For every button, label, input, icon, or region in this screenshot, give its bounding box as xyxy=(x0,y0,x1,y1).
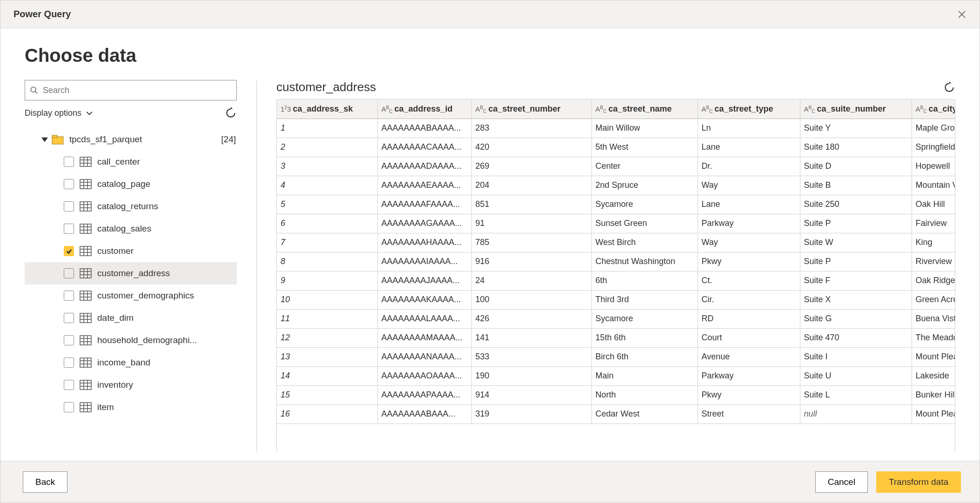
table-cell[interactable]: AAAAAAAAFAAAA... xyxy=(377,195,471,214)
table-cell[interactable]: Street xyxy=(698,404,800,424)
tree-item[interactable]: catalog_page xyxy=(25,173,237,195)
tree-folder[interactable]: tpcds_sf1_parquet [24] xyxy=(25,128,237,151)
table-cell[interactable]: Center xyxy=(591,157,698,176)
tree-item-checkbox[interactable] xyxy=(64,357,74,368)
table-row[interactable]: 1AAAAAAAABAAAA...283Main WillowLnSuite Y… xyxy=(277,119,955,138)
table-cell[interactable]: Sunset Green xyxy=(591,214,698,233)
table-cell[interactable]: Sycamore xyxy=(591,309,698,328)
table-cell[interactable]: Suite 470 xyxy=(800,328,912,347)
column-header[interactable]: ABCca_address_id xyxy=(377,99,471,119)
table-cell[interactable]: AAAAAAAABAAA... xyxy=(377,404,471,424)
table-cell[interactable]: 5th West xyxy=(591,138,698,157)
table-cell[interactable]: Bunker Hill xyxy=(912,385,955,404)
table-cell[interactable]: Way xyxy=(698,233,800,252)
table-cell[interactable]: Suite U xyxy=(800,366,912,385)
tree-item-checkbox[interactable] xyxy=(64,380,74,390)
navigator-tree[interactable]: tpcds_sf1_parquet [24] call_centercatalo… xyxy=(25,128,237,451)
table-row[interactable]: 9AAAAAAAAJAAAA...246thCt.Suite FOak Ridg… xyxy=(277,271,955,290)
table-cell[interactable]: AAAAAAAAHAAAA... xyxy=(377,233,471,252)
table-row[interactable]: 4AAAAAAAAEAAAA...2042nd SpruceWaySuite B… xyxy=(277,176,955,195)
table-cell[interactable]: Ct. xyxy=(698,271,800,290)
table-cell[interactable]: 2 xyxy=(277,138,377,157)
table-cell[interactable]: Riverview xyxy=(912,252,955,271)
tree-item[interactable]: catalog_returns xyxy=(25,195,237,218)
table-cell[interactable]: 10 xyxy=(277,290,377,309)
table-row[interactable]: 2AAAAAAAACAAAA...4205th WestLaneSuite 18… xyxy=(277,138,955,157)
table-cell[interactable]: Mountain Vie xyxy=(912,176,955,195)
table-cell[interactable]: Parkway xyxy=(698,214,800,233)
table-cell[interactable]: 9 xyxy=(277,271,377,290)
table-cell[interactable]: 851 xyxy=(471,195,591,214)
tree-item-checkbox[interactable] xyxy=(64,291,74,301)
table-cell[interactable]: 190 xyxy=(471,366,591,385)
table-cell[interactable]: Hopewell xyxy=(912,157,955,176)
tree-item-checkbox[interactable] xyxy=(64,402,74,412)
table-cell[interactable]: Suite W xyxy=(800,233,912,252)
table-cell[interactable]: Third 3rd xyxy=(591,290,698,309)
table-cell[interactable]: Suite P xyxy=(800,252,912,271)
tree-item-checkbox[interactable] xyxy=(64,201,74,212)
table-cell[interactable]: AAAAAAAAEAAAA... xyxy=(377,176,471,195)
table-cell[interactable]: 6th xyxy=(591,271,698,290)
table-cell[interactable]: 916 xyxy=(471,252,591,271)
table-cell[interactable]: Lane xyxy=(698,195,800,214)
tree-item[interactable]: customer xyxy=(25,240,237,262)
table-cell[interactable]: null xyxy=(800,404,912,424)
table-row[interactable]: 8AAAAAAAAIAAAA...916Chestnut WashingtonP… xyxy=(277,252,955,271)
table-cell[interactable]: 24 xyxy=(471,271,591,290)
tree-item-checkbox[interactable] xyxy=(64,268,74,278)
table-cell[interactable]: Green Acres xyxy=(912,290,955,309)
table-row[interactable]: 11AAAAAAAALAAAA...426Sycamore RDSuite GB… xyxy=(277,309,955,328)
column-header[interactable]: ABCca_street_number xyxy=(471,99,591,119)
tree-item-checkbox[interactable] xyxy=(64,313,74,323)
search-input[interactable] xyxy=(42,85,232,96)
table-cell[interactable]: 15th 6th xyxy=(591,328,698,347)
table-cell[interactable]: Fairview xyxy=(912,214,955,233)
table-cell[interactable]: AAAAAAAABAAAA... xyxy=(377,119,471,138)
table-cell[interactable]: 14 xyxy=(277,366,377,385)
table-cell[interactable]: King xyxy=(912,233,955,252)
table-row[interactable]: 3AAAAAAAADAAAA...269CenterDr.Suite DHope… xyxy=(277,157,955,176)
tree-item-checkbox[interactable] xyxy=(64,246,74,256)
table-cell[interactable]: Cedar West xyxy=(591,404,698,424)
table-cell[interactable]: 914 xyxy=(471,385,591,404)
table-cell[interactable]: 7 xyxy=(277,233,377,252)
tree-item[interactable]: item xyxy=(25,396,237,418)
table-cell[interactable]: 269 xyxy=(471,157,591,176)
table-cell[interactable]: Pkwy xyxy=(698,385,800,404)
table-cell[interactable]: Sycamore xyxy=(591,195,698,214)
table-row[interactable]: 5AAAAAAAAFAAAA...851Sycamore LaneSuite 2… xyxy=(277,195,955,214)
table-cell[interactable]: Way xyxy=(698,176,800,195)
table-cell[interactable]: Ln xyxy=(698,119,800,138)
close-button[interactable] xyxy=(955,8,968,21)
refresh-icon[interactable] xyxy=(225,107,237,119)
table-cell[interactable]: 11 xyxy=(277,309,377,328)
table-cell[interactable]: Mount Pleas xyxy=(912,347,955,366)
table-cell[interactable]: Lane xyxy=(698,138,800,157)
cancel-button[interactable]: Cancel xyxy=(815,471,868,493)
refresh-preview-icon[interactable] xyxy=(943,81,955,93)
table-cell[interactable]: AAAAAAAAIAAAA... xyxy=(377,252,471,271)
table-cell[interactable]: Suite L xyxy=(800,385,912,404)
table-cell[interactable]: North xyxy=(591,385,698,404)
column-header[interactable]: 123ca_address_sk xyxy=(277,99,377,119)
table-cell[interactable]: Suite X xyxy=(800,290,912,309)
table-cell[interactable]: 283 xyxy=(471,119,591,138)
table-row[interactable]: 14AAAAAAAAOAAAA...190MainParkwaySuite UL… xyxy=(277,366,955,385)
table-cell[interactable]: AAAAAAAAGAAAA... xyxy=(377,214,471,233)
table-cell[interactable]: Suite B xyxy=(800,176,912,195)
table-cell[interactable]: AAAAAAAAOAAAA... xyxy=(377,366,471,385)
table-cell[interactable]: 6 xyxy=(277,214,377,233)
table-cell[interactable]: AAAAAAAALAAAA... xyxy=(377,309,471,328)
data-grid[interactable]: 123ca_address_skABCca_address_idABCca_st… xyxy=(276,99,955,451)
column-header[interactable]: ABCca_street_name xyxy=(591,99,698,119)
table-cell[interactable]: Oak Hill xyxy=(912,195,955,214)
table-cell[interactable]: 5 xyxy=(277,195,377,214)
table-cell[interactable]: 141 xyxy=(471,328,591,347)
table-cell[interactable]: Suite 250 xyxy=(800,195,912,214)
column-header[interactable]: ABCca_suite_number xyxy=(800,99,912,119)
table-cell[interactable]: AAAAAAAADAAAA... xyxy=(377,157,471,176)
table-cell[interactable]: 319 xyxy=(471,404,591,424)
table-cell[interactable]: 15 xyxy=(277,385,377,404)
table-cell[interactable]: West Birch xyxy=(591,233,698,252)
